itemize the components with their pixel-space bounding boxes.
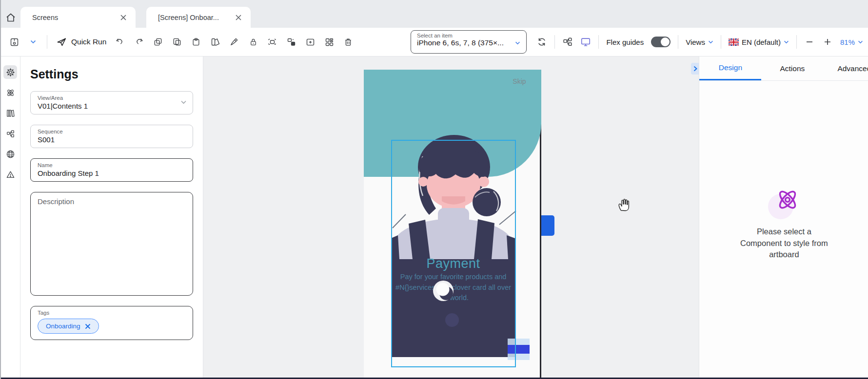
toolbar-left-group: Quick Run <box>1 35 354 49</box>
toolbar-right-group: Flex guides Views EN (default) <box>536 28 863 56</box>
sync-refresh-icon[interactable] <box>536 37 547 47</box>
zoom-in-icon[interactable] <box>822 37 833 47</box>
components-grid-icon[interactable] <box>324 37 335 47</box>
sequence-label: Sequence <box>38 129 186 134</box>
app-window: Screens [Screens] Onboar... <box>0 0 868 379</box>
tab-label: Screens <box>32 14 118 21</box>
empty-state-message: Please select a Component to style from … <box>740 226 828 261</box>
artboard-phone[interactable]: Skip <box>364 70 541 378</box>
inspector-tabs: Design Actions Advanced <box>699 57 868 81</box>
styles-palette-icon[interactable] <box>210 37 220 47</box>
rail-flow-button[interactable] <box>3 127 17 140</box>
left-icon-rail <box>1 57 20 378</box>
view-area-label: View/Area <box>38 95 186 101</box>
copy-style-icon[interactable] <box>267 37 277 47</box>
sequence-field[interactable]: Sequence S001 <box>30 125 193 148</box>
zoom-out-icon[interactable] <box>804 37 815 47</box>
quick-run-button[interactable]: Quick Run <box>56 37 106 47</box>
paste-style-icon[interactable] <box>286 37 296 47</box>
tag-chip-onboarding[interactable]: Onboarding <box>38 319 99 334</box>
library-books-icon <box>6 109 15 118</box>
quick-run-label: Quick Run <box>71 38 106 46</box>
gear-icon <box>6 68 15 77</box>
flex-guides-toggle[interactable] <box>651 37 671 47</box>
save-button[interactable] <box>9 37 20 47</box>
globe-icon <box>6 150 15 159</box>
preview-monitor-icon[interactable] <box>580 37 591 47</box>
tab-advanced[interactable]: Advanced <box>823 57 868 80</box>
tab-screens-onboarding[interactable]: [Screens] Onboar... <box>146 7 251 28</box>
save-options-chevron-icon[interactable] <box>28 37 39 47</box>
layers-tree-icon[interactable] <box>562 37 573 47</box>
inspector-empty-state: Please select a Component to style from … <box>699 187 868 261</box>
sequence-value: S001 <box>38 135 186 144</box>
canvas[interactable]: Skip <box>203 57 699 378</box>
device-selector[interactable]: Select an item iPhone 6, 6s, 7, 8 (375×.… <box>411 30 527 54</box>
atom-icon <box>6 88 15 97</box>
divider <box>721 35 721 49</box>
home-icon <box>5 12 17 23</box>
selection-rectangle[interactable] <box>391 140 516 367</box>
language-label: EN (default) <box>742 38 781 46</box>
rail-localization-button[interactable] <box>3 147 17 161</box>
tab-label: [Screens] Onboar... <box>158 14 233 21</box>
tab-design[interactable]: Design <box>699 57 761 80</box>
zoom-level-value: 81% <box>840 38 855 46</box>
warning-triangle-icon <box>6 170 15 179</box>
lock-icon[interactable] <box>248 37 258 47</box>
tags-label: Tags <box>38 310 186 316</box>
tab-bar: Screens [Screens] Onboar... <box>1 0 868 28</box>
divider <box>47 35 47 49</box>
uk-flag-icon <box>729 38 739 46</box>
flex-guide-handle[interactable] <box>541 215 554 236</box>
remove-tag-icon[interactable] <box>85 323 91 329</box>
quick-run-icon <box>56 37 67 47</box>
divider <box>796 35 797 49</box>
chevron-down-icon <box>180 100 187 104</box>
rail-components-button[interactable] <box>3 86 17 99</box>
views-dropdown[interactable]: Views <box>686 38 713 46</box>
close-icon[interactable] <box>118 12 129 23</box>
toggle-knob <box>661 38 670 46</box>
device-selector-label: Select an item <box>417 33 520 38</box>
main-area: Settings View/Area V01|Contents 1 Sequen… <box>1 57 868 378</box>
tag-chip-label: Onboarding <box>46 322 80 330</box>
add-frame-icon[interactable] <box>305 37 316 47</box>
delete-trash-icon[interactable] <box>343 37 354 47</box>
name-field[interactable]: Name Onboarding Step 1 <box>30 158 193 182</box>
divider <box>678 35 678 49</box>
hand-cursor <box>617 197 631 211</box>
tab-screens[interactable]: Screens <box>20 7 136 28</box>
component-atom-icon <box>775 187 800 212</box>
views-label: Views <box>686 38 705 46</box>
rail-settings-button[interactable] <box>3 65 17 79</box>
brush-icon[interactable] <box>229 37 239 47</box>
zoom-level-dropdown[interactable]: 81% <box>840 38 863 46</box>
undo-icon[interactable] <box>115 37 125 47</box>
close-icon[interactable] <box>233 12 244 23</box>
rail-library-button[interactable] <box>3 106 17 120</box>
description-input[interactable] <box>38 197 186 290</box>
duplicate-icon[interactable] <box>153 37 163 47</box>
copy-icon[interactable] <box>172 37 182 47</box>
settings-panel-title: Settings <box>30 67 193 81</box>
paste-icon[interactable] <box>191 37 201 47</box>
flex-guides-label: Flex guides <box>606 38 644 46</box>
chevron-right-icon <box>693 66 697 72</box>
tab-actions[interactable]: Actions <box>761 57 823 80</box>
home-button[interactable] <box>1 7 20 28</box>
language-dropdown[interactable]: EN (default) <box>729 38 789 46</box>
device-selector-value: iPhone 6, 6s, 7, 8 (375×... <box>417 38 504 47</box>
flow-tree-icon <box>6 129 15 138</box>
panel-collapse-button[interactable] <box>691 63 699 75</box>
rail-issues-button[interactable] <box>3 168 17 181</box>
name-label: Name <box>38 162 186 168</box>
redo-icon[interactable] <box>134 37 144 47</box>
view-area-value: V01|Contents 1 <box>38 102 186 110</box>
chevron-down-icon <box>515 41 520 45</box>
view-area-select[interactable]: View/Area V01|Contents 1 <box>30 91 193 114</box>
tags-field[interactable]: Tags Onboarding <box>30 306 193 340</box>
settings-panel: Settings View/Area V01|Contents 1 Sequen… <box>20 57 203 378</box>
inspector-panel: Design Actions Advanced Please select a … <box>699 57 868 378</box>
description-field[interactable] <box>30 192 193 296</box>
